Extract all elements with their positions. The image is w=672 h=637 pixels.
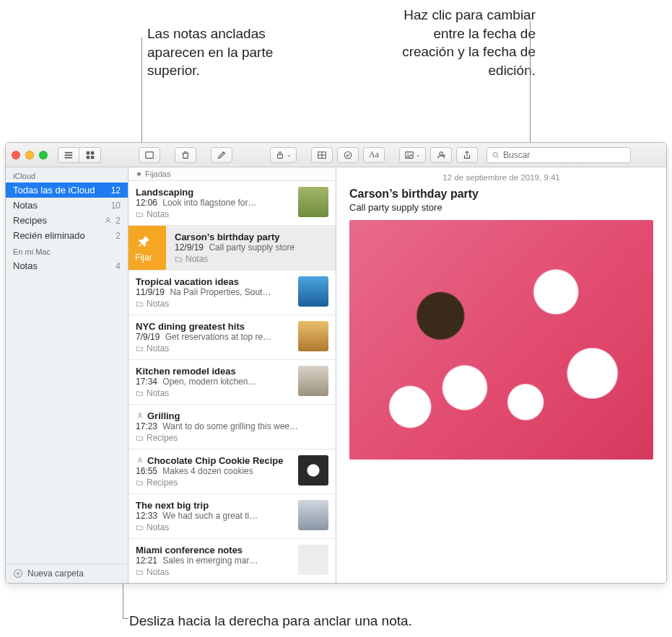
sidebar-item-count: 2 [115, 216, 121, 226]
pin-icon [136, 234, 152, 250]
note-folder: Notas [136, 567, 292, 577]
shared-icon [136, 411, 144, 420]
delete-button[interactable] [175, 147, 196, 163]
sidebar-item-count: 2 [115, 231, 121, 241]
note-folder: Recipes [136, 433, 328, 443]
note-meta: 17:34 Open, modern kitchen… [136, 377, 292, 387]
collaborate-button[interactable] [430, 147, 452, 163]
note-row[interactable]: Landscaping12:06 Look into flagstone for… [128, 181, 336, 226]
folder-icon [136, 524, 144, 532]
search-icon [492, 151, 500, 159]
svg-point-6 [440, 151, 442, 154]
note-title: Kitchen remodel ideas [136, 366, 292, 377]
new-note-button[interactable] [211, 147, 232, 163]
window-controls [12, 151, 48, 159]
editor-date[interactable]: 12 de septiembre de 2019, 9:41 [336, 167, 666, 185]
note-meta: 17:23 Want to do some grilling this wee… [136, 421, 328, 431]
pin-action-label: Fijar [135, 252, 152, 263]
sidebar-item-label: Todas las de iCloud [13, 185, 95, 196]
sidebar: iCloudTodas las de iCloud12Notas10Recipe… [6, 167, 128, 583]
note-row[interactable]: The next big trip12:33 We had such a gre… [128, 494, 336, 539]
format-button[interactable]: Aa [363, 147, 385, 163]
folder-icon [136, 211, 144, 219]
attachment-image[interactable] [349, 220, 653, 460]
note-row[interactable]: Kitchen remodel ideas17:34 Open, modern … [128, 360, 336, 405]
sidebar-item[interactable]: Todas las de iCloud12 [6, 183, 128, 198]
sidebar-section-title: iCloud [6, 167, 128, 183]
pinned-label: Fijadas [145, 170, 170, 178]
note-folder: Notas [136, 522, 292, 532]
note-row[interactable]: Grilling17:23 Want to do some grilling t… [128, 405, 336, 449]
sidebar-item-label: Notas [13, 200, 38, 211]
note-row[interactable]: FijarCarson’s birthday party12/9/19 Call… [128, 226, 336, 271]
editor-subtitle: Call party supply store [349, 202, 653, 213]
callout-date: Haz clic para cambiar entre la fecha de … [391, 6, 536, 80]
table-button[interactable] [311, 147, 333, 163]
note-list: Fijadas Landscaping12:06 Look into flags… [128, 167, 336, 583]
note-thumbnail [298, 455, 328, 486]
titlebar: ⌄ Aa ⌄ [6, 143, 666, 167]
note-title: Tropical vacation ideas [136, 276, 292, 287]
sidebar-item-label: Recién eliminado [13, 230, 85, 241]
note-title: Carson’s birthday party [175, 232, 328, 242]
note-folder: Recipes [136, 478, 292, 488]
plus-circle-icon [13, 568, 23, 579]
note-meta: 12:33 We had such a great ti… [136, 511, 292, 521]
zoom-icon[interactable] [39, 151, 48, 159]
note-folder: Notas [136, 343, 292, 353]
note-folder: Notas [136, 299, 292, 309]
notes-window: ⌄ Aa ⌄ iCloudTodas las de iCloud12Notas1… [5, 142, 667, 584]
pin-icon [136, 171, 142, 177]
editor-body[interactable]: Carson’s birthday party Call party suppl… [336, 185, 666, 468]
attachments-button[interactable] [139, 147, 160, 163]
close-icon[interactable] [12, 151, 20, 159]
sidebar-item[interactable]: Recipes2 [6, 213, 128, 228]
sidebar-item-count: 10 [111, 201, 121, 211]
media-button[interactable]: ⌄ [399, 147, 426, 163]
callout-swipe: Desliza hacia la derecha para anclar una… [129, 612, 412, 631]
minimize-icon[interactable] [25, 151, 34, 159]
note-title: Grilling [136, 410, 328, 421]
svg-point-9 [107, 218, 110, 221]
list-view-button[interactable] [58, 147, 79, 163]
sidebar-section-title: En mi Mac [6, 243, 128, 258]
lock-button[interactable]: ⌄ [270, 147, 297, 163]
folder-icon [136, 345, 144, 353]
folder-icon [136, 390, 144, 397]
svg-point-5 [407, 153, 409, 154]
note-row[interactable]: Tropical vacation ideas11/9/19 Na Pali P… [128, 271, 336, 315]
note-row[interactable]: NYC dining greatest hits7/9/19 Get reser… [128, 315, 336, 360]
new-folder-button[interactable]: Nueva carpeta [6, 563, 128, 583]
search-input[interactable] [503, 150, 626, 160]
note-title: Landscaping [136, 187, 292, 198]
note-meta: 7/9/19 Get reservations at top re… [136, 332, 292, 342]
note-meta: 11/9/19 Na Pali Properties, Sout… [136, 287, 292, 297]
editor: 12 de septiembre de 2019, 9:41 Carson’s … [336, 167, 666, 583]
sidebar-item[interactable]: Recién eliminado2 [6, 228, 128, 243]
note-meta: 12/9/19 Call party supply store [175, 242, 328, 252]
svg-rect-0 [146, 151, 154, 158]
note-thumbnail [298, 366, 328, 396]
note-thumbnail [298, 276, 328, 307]
search-field[interactable] [486, 147, 631, 163]
callout-line [123, 618, 128, 619]
svg-point-12 [139, 458, 141, 460]
note-row[interactable]: Miami conference notes12:21 Sales in eme… [128, 539, 336, 583]
sidebar-item-count: 4 [115, 261, 121, 271]
checklist-button[interactable] [337, 147, 359, 163]
note-row[interactable]: Chocolate Chip Cookie Recipe16:55 Makes … [128, 449, 336, 494]
note-folder: Notas [175, 254, 328, 264]
sidebar-item-label: Recipes [13, 215, 47, 226]
sidebar-item[interactable]: Notas4 [6, 258, 128, 273]
sidebar-item-label: Notas [13, 260, 38, 271]
note-title: Miami conference notes [136, 545, 292, 555]
note-meta: 16:55 Makes 4 dozen cookies [136, 466, 292, 476]
grid-view-button[interactable] [79, 147, 101, 163]
share-button[interactable] [456, 147, 478, 163]
sidebar-item[interactable]: Notas10 [6, 198, 128, 213]
note-thumbnail [298, 545, 328, 575]
pin-action[interactable]: Fijar [128, 226, 166, 270]
note-thumbnail [298, 321, 328, 351]
sidebar-item-count: 12 [111, 185, 121, 196]
callout-pinned: Las notas ancladas aparecen en la parte … [147, 25, 284, 80]
